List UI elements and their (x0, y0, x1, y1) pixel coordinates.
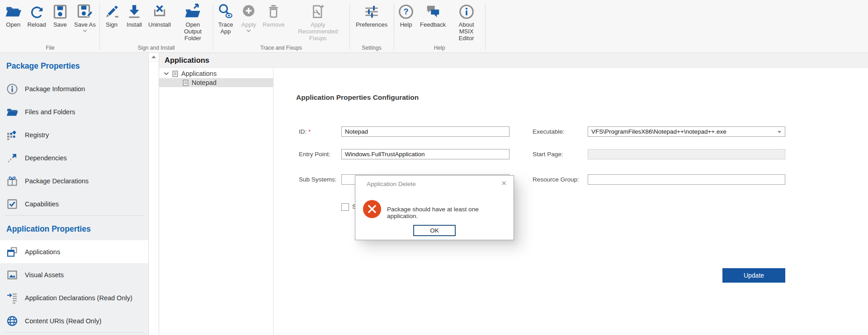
open-folder-icon (5, 3, 22, 20)
sidebar-item-files-and-folders[interactable]: Files and Folders (0, 100, 148, 123)
sidebar-item-label: Files and Folders (25, 108, 75, 116)
document-icon (182, 79, 189, 86)
sidebar-item-registry[interactable]: Registry (0, 123, 148, 146)
ribbon-button-feedback[interactable]: Feedback (417, 2, 448, 29)
globe-icon (6, 315, 18, 327)
visual-assets-icon (6, 269, 18, 281)
ribbon-group-buttons: Trace AppApplyRemoveApply Recommended Fi… (214, 0, 349, 42)
app-declarations-icon (6, 292, 18, 304)
ribbon-group-buttons: ?HelpFeedbackAbout MSIX Editor (395, 0, 484, 42)
ribbon-group-separator (349, 3, 350, 50)
ribbon-button-label: Uninstall (148, 21, 171, 28)
dependencies-icon (6, 152, 18, 164)
ribbon-button-uninstall[interactable]: Uninstall (146, 2, 174, 29)
uninstall-icon (151, 3, 168, 20)
chevron-down-icon[interactable] (163, 70, 170, 77)
entry-point-input[interactable]: Windows.FullTrustApplication (341, 149, 509, 159)
sidebar-item-label: Dependencies (25, 154, 67, 162)
ribbon-group-file: OpenReloadSaveSave AsFile (2, 0, 99, 52)
ribbon-group-help: ?HelpFeedbackAbout MSIX EditorHelp (395, 0, 484, 52)
sidebar-item-content-uris-read-only[interactable]: Content URIs (Read Only) (0, 309, 148, 332)
sub-systems-label: Sub Systems: (299, 174, 336, 185)
ribbon-group-label: Trace and Fixups (214, 45, 349, 51)
sidebar-item-label: Content URIs (Read Only) (25, 317, 101, 325)
triangle-up-icon (151, 56, 156, 58)
sub-checkbox[interactable] (341, 203, 349, 211)
ribbon-button-open-output-folder[interactable]: Open Output Folder (174, 2, 212, 42)
sidebar-item-visual-assets[interactable]: Visual Assets (0, 263, 148, 286)
sidebar-item-dependencies[interactable]: Dependencies (0, 146, 148, 169)
error-icon (363, 200, 382, 219)
sidebar-heading-application-properties: Application Properties (6, 224, 148, 234)
ribbon-button-remove: Remove (260, 2, 287, 29)
remove-trash-icon (265, 3, 282, 20)
ribbon-button-reload[interactable]: Reload (24, 2, 48, 29)
open-output-folder-icon (184, 3, 201, 20)
sidebar-scrollbar[interactable] (148, 53, 159, 335)
ribbon-button-install[interactable]: Install (123, 2, 146, 29)
ribbon-button-sign[interactable]: Sign (100, 2, 123, 29)
sidebar-divider (5, 332, 144, 333)
preferences-icon (363, 3, 380, 20)
chevron-down-icon (246, 28, 251, 32)
ribbon-button-label: Open (6, 21, 20, 28)
ribbon-button-label: Save (53, 21, 67, 28)
ribbon-group-label: Settings (350, 45, 393, 51)
ribbon-button-label: Install (127, 21, 142, 28)
ribbon-button-trace-app[interactable]: Trace App (214, 2, 237, 36)
executable-combo[interactable]: VFS\ProgramFilesX86\Notepad++\notepad++.… (588, 126, 785, 137)
panel-title: Applications (165, 56, 209, 65)
ribbon-group-buttons: SignInstallUninstallOpen Output Folder (100, 0, 212, 42)
sign-icon (103, 3, 120, 20)
close-icon[interactable]: ✕ (501, 179, 507, 187)
sidebar-item-applications[interactable]: Applications (0, 240, 148, 263)
tree-node-notepad[interactable]: Notepad (159, 78, 273, 87)
ribbon-group-sign-and-install: SignInstallUninstallOpen Output FolderSi… (100, 0, 212, 52)
ribbon-button-label: Reload (27, 21, 46, 28)
ribbon-group-separator (213, 3, 213, 50)
ribbon-button-label: Preferences (356, 21, 387, 28)
dialog-title: Application Delete (367, 181, 416, 187)
ribbon-button-label: Help (400, 21, 412, 28)
sidebar-item-package-information[interactable]: Package Information (0, 77, 148, 100)
ribbon-toolbar: OpenReloadSaveSave AsFileSignInstallUnin… (0, 0, 868, 53)
start-page-label: Start Page: (533, 149, 563, 159)
help-icon: ? (397, 3, 415, 20)
applications-tree: ApplicationsNotepad (159, 68, 274, 335)
ribbon-button-about-msix-editor[interactable]: About MSIX Editor (448, 2, 484, 42)
applications-icon (6, 246, 18, 258)
sidebar-item-capabilities[interactable]: Capabilities (0, 192, 148, 215)
resource-group-input[interactable] (588, 174, 785, 185)
sidebar-item-label: Visual Assets (25, 271, 64, 279)
update-button[interactable]: Update (722, 268, 785, 283)
scrollbar-up-button[interactable] (149, 53, 159, 61)
ribbon-button-help[interactable]: ?Help (395, 2, 417, 29)
resource-group-label: Resource Group: (533, 174, 579, 185)
ribbon-button-apply-recommended-fixups: Apply Recommended Fixups (287, 2, 349, 42)
save-icon (52, 3, 69, 20)
executable-label: Executable: (533, 126, 565, 137)
sidebar-item-label: Package Information (25, 85, 85, 93)
tree-node-applications[interactable]: Applications (159, 69, 273, 78)
gift-icon (6, 175, 18, 187)
ribbon-button-label: Open Output Folder (176, 21, 209, 42)
ribbon-button-save[interactable]: Save (49, 2, 71, 29)
application-delete-dialog: Application Delete ✕ Package should have… (355, 175, 514, 240)
ok-button[interactable]: OK (413, 225, 456, 236)
folder-icon (6, 106, 18, 118)
sidebar-item-application-declarations-read-only[interactable]: Application Declarations (Read Only) (0, 286, 148, 309)
ribbon-group-separator (485, 3, 486, 50)
install-icon (126, 3, 143, 20)
sidebar-item-label: Application Declarations (Read Only) (25, 294, 132, 302)
id-input[interactable]: Notepad (341, 126, 509, 137)
ribbon-button-save-as[interactable]: Save As (71, 2, 99, 33)
ribbon-button-open[interactable]: Open (2, 2, 24, 29)
sidebar-item-label: Applications (25, 248, 60, 256)
sidebar-item-package-declarations[interactable]: Package Declarations (0, 169, 148, 192)
ribbon-button-label: Apply Recommended Fixups (290, 21, 346, 42)
dropdown-arrow-icon[interactable] (778, 131, 781, 133)
document-icon (172, 70, 179, 77)
ribbon-button-preferences[interactable]: Preferences (353, 2, 390, 29)
tree-node-label: Applications (181, 70, 217, 77)
ribbon-group-trace-and-fixups: Trace AppApplyRemoveApply Recommended Fi… (214, 0, 349, 52)
